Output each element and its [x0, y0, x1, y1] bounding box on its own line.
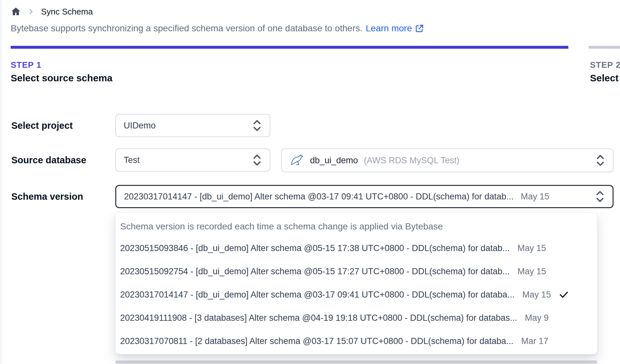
description-text: Bytebase supports synchronizing a specif… — [11, 23, 363, 34]
option-text: 20230515092754 - [db_ui_demo] Alter sche… — [120, 267, 510, 277]
chevron-up-down-icon — [252, 119, 262, 132]
learn-more-label: Learn more — [366, 23, 412, 34]
chevron-up-down-icon — [252, 153, 262, 167]
database-select-instance: (AWS RDS MySQL Test) — [364, 156, 460, 166]
option-date: May 9 — [525, 313, 549, 323]
source-database-label: Source database — [11, 148, 86, 172]
environment-select[interactable]: Test — [115, 148, 270, 172]
environment-select-value: Test — [124, 155, 140, 165]
chevron-up-down-icon — [595, 154, 605, 167]
schema-version-hint: Schema version is recorded each time a s… — [116, 217, 597, 237]
learn-more-link[interactable]: Learn more — [366, 23, 424, 34]
chevron-up-down-icon — [595, 190, 605, 203]
step-1-title: Select source schema — [11, 73, 112, 84]
step-2-title: Select t — [590, 73, 620, 84]
option-text: 20230317070811 - [2 databases] Alter sch… — [120, 336, 513, 346]
external-link-icon — [415, 24, 424, 33]
database-select[interactable]: db_ui_demo (AWS RDS MySQL Test) — [281, 148, 614, 172]
chevron-right-icon — [27, 8, 35, 15]
option-date: Mar 17 — [521, 336, 548, 346]
schema-version-option[interactable]: 20230317070811 - [2 databases] Alter sch… — [116, 329, 597, 353]
step-1-label: STEP 1 — [11, 60, 112, 70]
option-text: 20230317014147 - [db_ui_demo] Alter sche… — [120, 290, 514, 300]
schema-version-option[interactable]: 20230317014147 - [db_ui_demo] Alter sche… — [116, 283, 597, 306]
page-description: Bytebase supports synchronizing a specif… — [11, 23, 424, 34]
home-icon[interactable] — [11, 6, 21, 17]
schema-version-option[interactable]: 20230515093846 - [db_ui_demo] Alter sche… — [116, 237, 597, 260]
progress-bar-step1 — [11, 46, 568, 49]
horizontal-scrollbar[interactable] — [115, 360, 597, 364]
schema-version-listbox: 20230515093846 - [db_ui_demo] Alter sche… — [116, 237, 597, 353]
option-text: 20230419111908 - [3 databases] Alter sch… — [120, 313, 517, 323]
option-date: May 15 — [517, 243, 546, 253]
project-select[interactable]: UIDemo — [115, 114, 270, 137]
step-2-label: STEP 2 — [590, 60, 620, 70]
schema-version-label: Schema version — [11, 185, 83, 208]
option-date: May 15 — [522, 290, 551, 300]
step-1: STEP 1 Select source schema — [11, 60, 112, 84]
breadcrumb: Sync Schema — [11, 5, 93, 19]
progress-bar-step2 — [589, 46, 620, 49]
option-date: May 15 — [517, 267, 546, 277]
schema-version-option[interactable]: 20230419111908 - [3 databases] Alter sch… — [116, 306, 597, 329]
schema-version-select-date: May 15 — [521, 192, 549, 202]
schema-version-option[interactable]: 20230515092754 - [db_ui_demo] Alter sche… — [116, 260, 597, 283]
schema-version-dropdown: Schema version is recorded each time a s… — [115, 212, 597, 354]
mysql-icon — [289, 154, 304, 167]
step-2: STEP 2 Select t — [590, 60, 620, 84]
database-select-name: db_ui_demo — [310, 156, 358, 166]
schema-version-select[interactable]: 20230317014147 - [db_ui_demo] Alter sche… — [115, 185, 614, 208]
option-text: 20230515093846 - [db_ui_demo] Alter sche… — [120, 243, 510, 253]
check-icon — [559, 289, 569, 300]
schema-version-select-value: 20230317014147 - [db_ui_demo] Alter sche… — [124, 192, 513, 202]
project-select-value: UIDemo — [124, 121, 156, 131]
select-project-label: Select project — [11, 114, 73, 137]
page-left-edge — [1, 0, 1, 364]
page-title: Sync Schema — [41, 7, 93, 17]
